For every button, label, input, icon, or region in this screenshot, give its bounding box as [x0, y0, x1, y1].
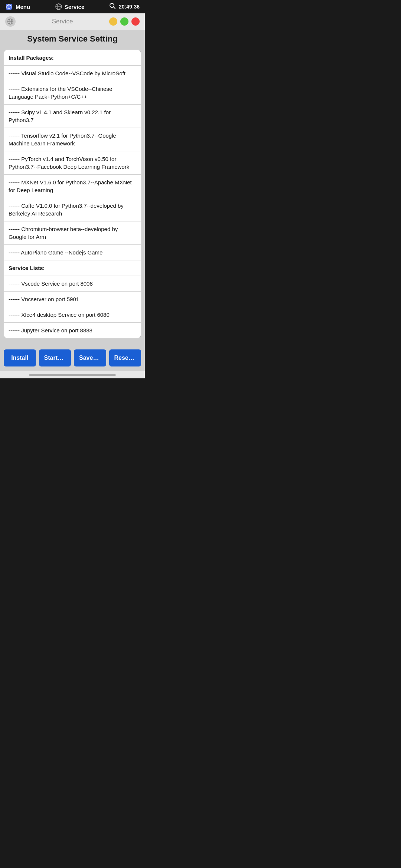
list-item: ------ Scipy v1.4.1 and Sklearn v0.22.1 … — [4, 105, 141, 128]
button-bar: InstallStartSeviceSave2launcherResetCon — [0, 346, 145, 371]
reset-btn[interactable]: ResetCon — [109, 349, 141, 366]
title-globe-icon — [5, 16, 16, 27]
search-icon[interactable] — [109, 3, 116, 11]
list-item: ------ MXNet V1.6.0 for Python3.7--Apach… — [4, 175, 141, 198]
list-item: ------ Tensorflow v2.1 for Python3.7--Go… — [4, 128, 141, 151]
status-right-group: 20:49:36 — [109, 3, 140, 11]
maximize-button[interactable] — [120, 17, 128, 26]
main-content: System Service Setting Install Packages:… — [0, 30, 145, 346]
list-item: ------ Jupyter Service on port 8888 — [4, 323, 141, 338]
list-item: ------ AutoPiano Game --Nodejs Game — [4, 245, 141, 260]
status-bar: Menu Service 20:49:36 — [0, 0, 145, 13]
clock: 20:49:36 — [119, 4, 140, 10]
cube-icon-left — [5, 3, 13, 10]
list-item: ------ Chromium-browser beta--developed … — [4, 221, 141, 245]
status-center: Service — [55, 3, 84, 10]
globe-icon-center — [55, 3, 62, 10]
scrollbar-thumb[interactable] — [29, 374, 116, 376]
page-title: System Service Setting — [4, 34, 141, 44]
list-item: ------ Vscode Service on port 8008 — [4, 276, 141, 292]
package-list[interactable]: Install Packages:------ Visual Studio Co… — [4, 50, 141, 338]
list-item: ------ Visual Studio Code--VSCode by Mic… — [4, 66, 141, 81]
save2launcher-btn[interactable]: Save2launcher — [74, 349, 106, 366]
list-item: ------ Vncserver on port 5901 — [4, 292, 141, 307]
status-left: Menu — [5, 3, 30, 10]
list-item: Install Packages: — [4, 50, 141, 66]
window-controls — [109, 17, 140, 26]
minimize-button[interactable] — [109, 17, 117, 26]
service-label-status: Service — [65, 4, 84, 10]
title-bar: Service — [0, 13, 145, 30]
svg-line-8 — [113, 7, 115, 9]
bottom-bar — [0, 371, 145, 378]
start-service-btn[interactable]: StartSevice — [39, 349, 71, 366]
list-item: ------ Xfce4 desktop Service on port 608… — [4, 307, 141, 323]
list-item: Service Lists: — [4, 260, 141, 276]
list-item: ------ Extensions for the VSCode--Chines… — [4, 81, 141, 105]
title-bar-label: Service — [52, 18, 73, 25]
install-btn[interactable]: Install — [4, 349, 36, 366]
menu-label[interactable]: Menu — [16, 4, 30, 10]
list-item: ------ Caffe V1.0.0 for Python3.7--devel… — [4, 198, 141, 221]
close-button[interactable] — [131, 17, 140, 26]
list-item: ------ PyTorch v1.4 and TorchVison v0.50… — [4, 151, 141, 175]
